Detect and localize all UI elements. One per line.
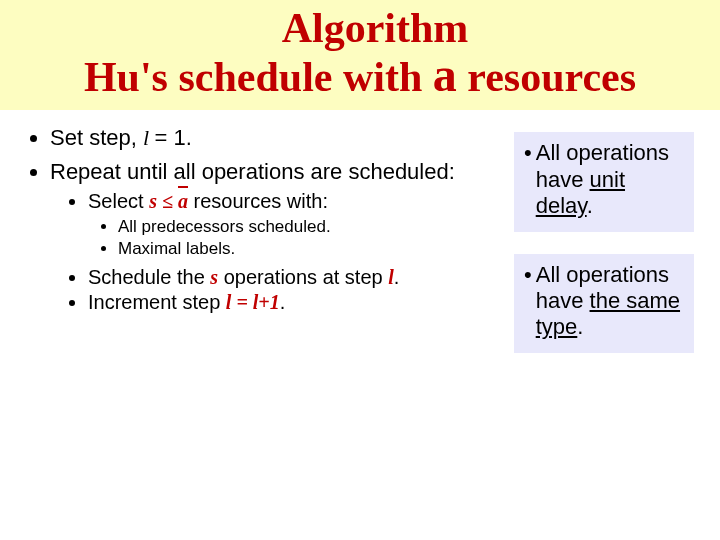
title-post: resources (457, 54, 636, 100)
side-box-unit-delay: • All operations have unit delay. (514, 132, 694, 231)
text: = 1. (155, 125, 192, 150)
var-s: s (210, 266, 218, 288)
text: Increment step (88, 291, 226, 313)
var-l: l (143, 125, 155, 150)
side-text: All operations have the same type. (536, 262, 684, 341)
title-variable-a: a (433, 48, 457, 101)
side-text: All operations have unit delay. (536, 140, 684, 219)
side-box-same-type: • All operations have the same type. (514, 254, 694, 353)
title-line-2: Hu's schedule with a resources (0, 50, 720, 100)
text: . (587, 193, 593, 218)
bullet-list-level3: All predecessors scheduled. Maximal labe… (88, 216, 514, 259)
bullet-dot-icon: • (524, 262, 532, 288)
leq-symbol: ≤ (157, 190, 178, 212)
bullet-list-level2: Select s ≤ a resources with: All predece… (50, 189, 514, 315)
title-line-1: Algorithm (0, 6, 720, 50)
step-select: Select s ≤ a resources with: All predece… (88, 189, 514, 259)
slide: Algorithm Hu's schedule with a resources… (0, 0, 720, 540)
text: operations at step (218, 266, 388, 288)
title-bar: Algorithm Hu's schedule with a resources (0, 0, 720, 110)
left-column: Set step, l = 1. Repeat until all operat… (22, 116, 514, 374)
cond-predecessors: All predecessors scheduled. (118, 216, 514, 237)
text: . (577, 314, 583, 339)
step-set: Set step, l = 1. (50, 124, 514, 152)
body: Set step, l = 1. Repeat until all operat… (0, 110, 720, 374)
cond-maximal: Maximal labels. (118, 238, 514, 259)
text: . (394, 266, 400, 288)
title-pre: Hu's schedule with (84, 54, 433, 100)
text: Repeat until all operations are schedule… (50, 159, 455, 184)
var-s: s (149, 190, 157, 212)
text: resources with: (188, 190, 328, 212)
var-a-bar: a (178, 189, 188, 214)
expr-l-eq-l1: l = l+1 (226, 291, 280, 313)
text: . (280, 291, 286, 313)
right-column: • All operations have unit delay. • All … (514, 116, 694, 374)
text: Set step, (50, 125, 143, 150)
text: Select (88, 190, 149, 212)
step-increment: Increment step l = l+1. (88, 290, 514, 315)
bullet-list-level1: Set step, l = 1. Repeat until all operat… (22, 124, 514, 315)
text: Schedule the (88, 266, 210, 288)
step-repeat: Repeat until all operations are schedule… (50, 158, 514, 315)
bullet-dot-icon: • (524, 140, 532, 166)
step-schedule: Schedule the s operations at step l. (88, 265, 514, 290)
